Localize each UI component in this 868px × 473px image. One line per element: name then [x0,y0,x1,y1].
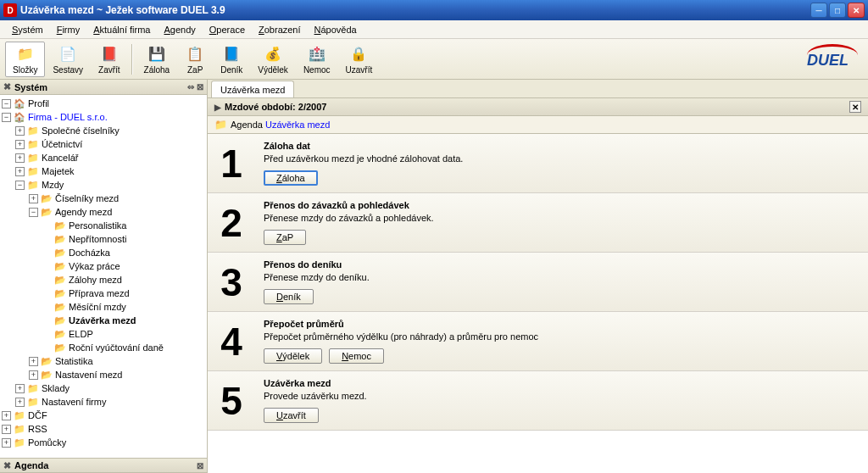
menu-operace[interactable]: Operace [203,23,252,36]
app-icon: D [3,3,17,17]
menu-zobrazení[interactable]: Zobrazení [252,23,308,36]
tree-item[interactable]: +📂Číselníky mezd [29,192,205,205]
expand-icon[interactable]: + [15,167,25,176]
deník-icon: 📘 [221,44,242,64]
step-1: 1Záloha datPřed uzávěrkou mezd je vhodné… [208,134,868,193]
toolbar-nemoc[interactable]: 🏥Nemoc [296,42,338,77]
expand-icon[interactable]: + [15,153,25,163]
expand-icon[interactable]: + [29,357,38,366]
expand-icon[interactable]: ✖ [3,460,11,471]
step-4: 4Přepočet průměrůPřepočet průměrného výd… [208,312,868,371]
tree-leaf [42,316,52,326]
pin-icon[interactable]: ⊠ [197,461,203,470]
tree-item[interactable]: +📂Statistika [29,354,205,368]
tree-item[interactable]: 📂Zálohy mezd [42,273,205,287]
step-5: 5Uzávěrka mezdProvede uzávěrku mezd.Uzav… [208,371,868,431]
tree-item[interactable]: +📁Kancelář [15,151,205,164]
tree-label: Nastavení mezd [55,370,122,380]
tree-item[interactable]: +📁Nastavení firmy [15,395,205,409]
tree-item[interactable]: 📂Příprava mezd [42,287,205,300]
tree-label: Sklady [42,383,70,393]
toolbar-složky[interactable]: 📁Složky [5,42,45,77]
expand-icon[interactable]: + [2,438,11,448]
folder-icon: 📂 [40,369,53,381]
tree-item[interactable]: −📁Mzdy [15,178,205,192]
tree-item[interactable]: 📂Docházka [42,246,205,259]
expand-icon[interactable]: + [15,140,25,149]
sestavy-icon: 📄 [58,44,78,64]
expand-icon[interactable]: + [15,126,25,136]
tree-item[interactable]: 📂Uzávěrka mezd [42,314,205,327]
tree-item[interactable]: 📂Nepřítomnosti [42,232,205,246]
toolbar-zap[interactable]: 📋ZaP [177,42,213,77]
menu-aktuální firma[interactable]: Aktuální firma [86,23,157,36]
tree-label: Účetnictví [42,139,82,149]
toolbar-výdělek[interactable]: 💰Výdělek [250,42,296,77]
menu-agendy[interactable]: Agendy [157,23,202,36]
toolbar-sestavy[interactable]: 📄Sestavy [45,42,91,77]
step-title: Záloha dat [264,141,860,151]
collapse-icon[interactable]: − [15,181,25,190]
tab-uzaverka[interactable]: Uzávěrka mezd [211,81,294,97]
tree-leaf [42,248,52,258]
menu-firmy[interactable]: Firmy [50,23,87,36]
tree-item[interactable]: +📁Majetek [15,164,205,178]
tree-item[interactable]: 📂Výkaz práce [42,259,205,273]
tree-item[interactable]: −🏠Profil [2,97,205,110]
expand-icon[interactable]: + [2,425,11,434]
tree-label: Profil [28,98,49,109]
tree-label: Majetek [42,166,75,176]
expand-icon[interactable]: + [29,194,38,203]
expand-icon[interactable]: + [2,411,11,420]
pin-icon[interactable]: ⇔ ⊠ [187,82,203,92]
menu-nápověda[interactable]: Nápověda [308,23,364,36]
tree-item[interactable]: 📂Měsíční mzdy [42,300,205,314]
expand-icon[interactable]: + [15,398,25,407]
tree-item[interactable]: 📂Roční vyúčtování daně [42,341,205,354]
tree-item[interactable]: +📁Pomůcky [2,436,205,449]
expand-icon[interactable]: ✖ [3,81,11,92]
step-description: Provede uzávěrku mezd. [264,391,860,401]
tree-item[interactable]: +📂Nastavení mezd [29,368,205,381]
uzavřít-button[interactable]: Uzavřít [264,408,319,423]
tree-item[interactable]: −🏠Firma - DUEL s.r.o. [2,110,205,124]
deník-button[interactable]: Deník [264,289,314,304]
toolbar-deník[interactable]: 📘Deník [213,42,250,77]
agenda-link[interactable]: Uzávěrka mezd [265,120,330,130]
step-description: Přepočet průměrného výdělku (pro náhrady… [264,331,860,342]
close-button[interactable]: ✕ [848,3,865,18]
tree-label: Statistika [55,356,93,366]
maximize-button[interactable]: □ [829,3,846,18]
tree-item[interactable]: +📁RSS [2,422,205,436]
tree-item[interactable]: +📁Společné číselníky [15,124,205,137]
tree-label: RSS [28,424,47,434]
minimize-button[interactable]: ─ [810,3,827,18]
tree-item[interactable]: +📁DČF [2,409,205,422]
panel-header-system: ✖ Systém ⇔ ⊠ [0,80,207,95]
výdělek-button[interactable]: Výdělek [264,348,322,364]
tree-item[interactable]: +📁Sklady [15,381,205,395]
zap-button[interactable]: ZaP [264,230,306,245]
toolbar-zavřít[interactable]: 📕Zavřít [91,42,128,77]
tree-item[interactable]: 📂Personalistika [42,219,205,232]
step-description: Přenese mzdy do deníku. [264,272,860,282]
tree-item[interactable]: +📁Účetnictví [15,137,205,151]
záloha-button[interactable]: Záloha [264,170,318,186]
logo: DUEL [807,44,858,70]
menu-systém[interactable]: Systém [5,23,50,36]
toolbar-label: Záloha [144,65,170,75]
expand-icon[interactable]: + [15,384,25,393]
tree-item[interactable]: 📂ELDP [42,327,205,341]
nemoc-button[interactable]: Nemoc [329,348,384,364]
folder-icon: 📁 [13,423,26,435]
tree-view[interactable]: −🏠Profil−🏠Firma - DUEL s.r.o.+📁Společné … [0,95,207,458]
toolbar-uzavřít[interactable]: 🔒Uzavřít [338,42,381,77]
tree-leaf [42,275,52,285]
collapse-icon[interactable]: − [2,99,11,109]
collapse-icon[interactable]: − [29,208,38,217]
close-tab-button[interactable]: ✕ [849,101,861,113]
toolbar-záloha[interactable]: 💾Záloha [136,42,178,77]
expand-icon[interactable]: + [29,370,38,380]
collapse-icon[interactable]: − [2,113,11,122]
tree-item[interactable]: −📂Agendy mezd [29,205,205,219]
